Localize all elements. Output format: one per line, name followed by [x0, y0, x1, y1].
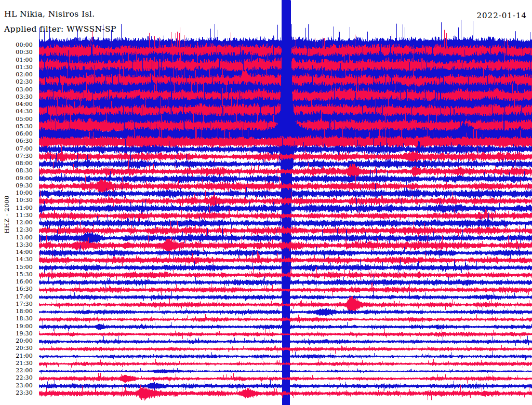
time-label: 04:00	[0, 101, 33, 107]
time-label: 19:30	[0, 331, 33, 337]
time-label: 19:00	[0, 323, 33, 330]
time-label: 11:00	[0, 205, 33, 211]
time-label: 06:00	[0, 131, 33, 137]
time-label: 07:00	[0, 146, 33, 152]
time-axis: 00:0000:3001:0001:3002:0002:3003:0003:30…	[0, 0, 34, 405]
time-label: 22:30	[0, 375, 33, 381]
time-label: 17:30	[0, 301, 33, 307]
time-label: 21:00	[0, 353, 33, 359]
time-label: 21:30	[0, 360, 33, 367]
time-label: 13:30	[0, 242, 33, 248]
time-label: 02:30	[0, 79, 33, 85]
time-label: 00:30	[0, 49, 33, 56]
time-label: 09:00	[0, 176, 33, 182]
time-label: 03:30	[0, 94, 33, 100]
time-label: 01:30	[0, 64, 33, 71]
time-label: 12:00	[0, 220, 33, 226]
time-label: 11:30	[0, 212, 33, 219]
time-label: 05:30	[0, 124, 33, 130]
time-label: 08:30	[0, 168, 33, 174]
time-label: 20:00	[0, 338, 33, 344]
time-label: 10:30	[0, 197, 33, 204]
time-label: 00:00	[0, 42, 33, 48]
time-label: 08:00	[0, 160, 33, 167]
time-label: 18:00	[0, 308, 33, 315]
time-label: 16:30	[0, 286, 33, 292]
time-label: 04:30	[0, 109, 33, 115]
time-label: 16:00	[0, 279, 33, 285]
time-label: 23:00	[0, 383, 33, 389]
time-label: 17:00	[0, 294, 33, 300]
time-label: 15:30	[0, 272, 33, 278]
time-label: 18:30	[0, 316, 33, 322]
time-label: 06:30	[0, 138, 33, 144]
time-label: 03:00	[0, 87, 33, 93]
time-label: 15:00	[0, 264, 33, 271]
time-label: 12:30	[0, 227, 33, 233]
time-label: 10:00	[0, 190, 33, 196]
time-label: 09:30	[0, 183, 33, 189]
helicorder-traces-canvas	[0, 0, 532, 405]
time-label: 23:30	[0, 390, 33, 396]
time-label: 14:30	[0, 256, 33, 263]
time-label: 22:00	[0, 368, 33, 374]
date-label: 2022-01-14	[477, 11, 527, 20]
time-label: 02:00	[0, 72, 33, 78]
helicorder-view: HL Nikia, Nisiros Isl. Applied filter: W…	[0, 0, 532, 405]
time-label: 14:00	[0, 249, 33, 255]
time-label: 20:30	[0, 345, 33, 352]
time-label: 07:30	[0, 153, 33, 159]
time-label: 13:00	[0, 235, 33, 241]
time-label: 05:00	[0, 116, 33, 123]
time-label: 01:00	[0, 57, 33, 63]
